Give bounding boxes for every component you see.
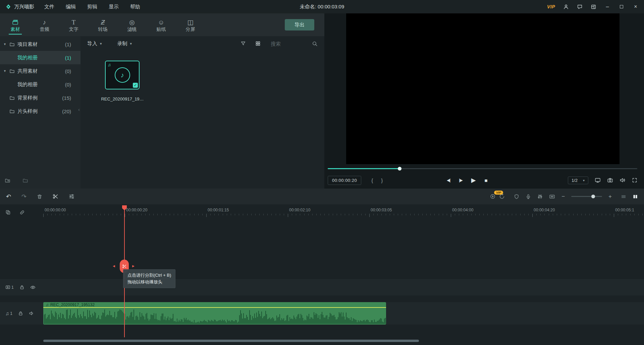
lock-icon[interactable] bbox=[19, 285, 24, 290]
search-input[interactable] bbox=[271, 41, 301, 47]
audio-mixer-icon[interactable] bbox=[537, 194, 543, 199]
display-device-icon[interactable] bbox=[595, 178, 601, 183]
menu-help[interactable]: 帮助 bbox=[130, 4, 140, 10]
vip-badge[interactable]: VIP bbox=[547, 4, 555, 9]
waveform-bar bbox=[286, 316, 287, 324]
export-button[interactable]: 导出 bbox=[285, 19, 314, 30]
link-clips-icon[interactable] bbox=[19, 210, 25, 215]
waveform-bar bbox=[160, 321, 160, 324]
play-button[interactable]: ▶ bbox=[471, 177, 476, 184]
delete-folder-icon[interactable] bbox=[22, 178, 28, 183]
ruler-tick bbox=[626, 214, 626, 215]
eye-visibility-icon[interactable] bbox=[30, 285, 36, 290]
waveform-bar bbox=[46, 319, 47, 324]
previous-frame-button[interactable]: ◀| bbox=[447, 178, 450, 183]
transition-icon: Ƶ bbox=[101, 17, 105, 25]
properties-adjust-icon[interactable] bbox=[69, 194, 74, 199]
feedback-icon[interactable] bbox=[577, 4, 583, 10]
tab-filter[interactable]: ◎ 滤镜 bbox=[117, 13, 147, 36]
ruler-tick bbox=[386, 214, 386, 215]
stop-button[interactable]: ■ bbox=[485, 178, 488, 183]
tree-expand-icon[interactable]: ▼ bbox=[3, 43, 9, 46]
sidebar-item-shared-media[interactable]: ▼ 共用素材 (0) bbox=[0, 64, 80, 78]
video-track[interactable]: 1 bbox=[0, 279, 644, 295]
split-scissors-icon[interactable] bbox=[53, 194, 58, 199]
waveform-bar bbox=[101, 316, 102, 324]
new-folder-icon[interactable] bbox=[5, 178, 10, 183]
grid-view-icon[interactable] bbox=[255, 41, 261, 46]
track-columns-view-icon[interactable] bbox=[633, 194, 638, 199]
zoom-slider[interactable] bbox=[571, 196, 602, 197]
import-dropdown[interactable]: 导入 ▾ bbox=[87, 41, 102, 47]
ruler-tick bbox=[622, 214, 622, 215]
selected-checkbox[interactable]: ✓ bbox=[133, 83, 138, 88]
seek-handle[interactable] bbox=[398, 167, 401, 170]
record-dropdown[interactable]: 录制 ▾ bbox=[117, 41, 132, 47]
ruler-tick bbox=[292, 214, 292, 215]
track-rows-view-icon[interactable] bbox=[621, 194, 626, 199]
audio-clip[interactable]: ♫ REC_20200917_195132 bbox=[43, 302, 386, 325]
redo-icon[interactable]: ↷ bbox=[21, 193, 26, 200]
account-icon[interactable] bbox=[563, 4, 569, 10]
menu-clip[interactable]: 剪辑 bbox=[87, 4, 97, 10]
zoom-slider-handle[interactable] bbox=[591, 195, 595, 198]
manage-tracks-icon[interactable] bbox=[5, 210, 11, 215]
sidebar-item-intro-samples[interactable]: 片头样例 (20) bbox=[0, 105, 80, 118]
mark-out-button[interactable]: } bbox=[381, 178, 383, 183]
voiceover-mic-icon[interactable] bbox=[526, 194, 531, 199]
search-icon[interactable] bbox=[312, 41, 318, 47]
horizontal-scrollbar[interactable] bbox=[43, 340, 419, 342]
snapshot-camera-icon[interactable] bbox=[607, 178, 613, 183]
zoom-out-icon[interactable]: − bbox=[561, 193, 565, 200]
minimize-button[interactable]: – bbox=[604, 4, 610, 10]
menu-edit[interactable]: 编辑 bbox=[66, 4, 76, 10]
menu-view[interactable]: 显示 bbox=[109, 4, 119, 10]
seek-bar[interactable] bbox=[328, 168, 637, 169]
collapse-panel-icon[interactable]: ‹ bbox=[78, 107, 80, 112]
waveform-bar bbox=[207, 322, 208, 324]
menu-file[interactable]: 文件 bbox=[44, 4, 54, 10]
zoom-in-icon[interactable]: + bbox=[608, 193, 612, 200]
tab-audio[interactable]: ♪ 音频 bbox=[30, 13, 59, 36]
filter-icon[interactable] bbox=[240, 41, 246, 46]
waveform-bar bbox=[348, 318, 348, 324]
clip-volume-line[interactable] bbox=[43, 307, 386, 308]
volume-icon[interactable] bbox=[620, 178, 626, 183]
mark-in-button[interactable]: { bbox=[371, 178, 373, 183]
lock-icon[interactable] bbox=[18, 311, 23, 316]
delete-icon[interactable] bbox=[37, 194, 42, 199]
tree-expand-icon[interactable]: ▼ bbox=[3, 69, 9, 73]
audio-track-header: ♫ 1 bbox=[0, 302, 43, 325]
waveform-bar bbox=[137, 316, 137, 324]
fit-timeline-icon[interactable] bbox=[549, 194, 555, 199]
sidebar-item-project-media[interactable]: ▼ 项目素材 (1) bbox=[0, 38, 80, 51]
tab-splitscreen[interactable]: ◫ 分屏 bbox=[176, 13, 205, 36]
tab-transition[interactable]: Ƶ 转场 bbox=[88, 13, 117, 36]
waveform-bar bbox=[224, 320, 225, 324]
waveform-bar bbox=[93, 316, 94, 324]
marker-icon[interactable] bbox=[514, 194, 519, 199]
waveform-bar bbox=[183, 322, 183, 324]
tab-text[interactable]: T 文字 bbox=[59, 13, 88, 36]
sidebar-item-background-samples[interactable]: 背景样例 (15) bbox=[0, 91, 80, 105]
fullscreen-icon[interactable] bbox=[632, 178, 637, 183]
waveform-bar bbox=[270, 319, 271, 324]
next-frame-button[interactable]: |▶ bbox=[459, 178, 462, 183]
tab-sticker[interactable]: ☺ 贴纸 bbox=[147, 13, 176, 36]
preview-quality-select[interactable]: 1/2 ▾ bbox=[568, 177, 588, 184]
maximize-button[interactable] bbox=[619, 4, 625, 10]
undo-icon[interactable]: ↶ bbox=[6, 193, 11, 200]
ruler-tick bbox=[243, 214, 243, 215]
render-preview-icon[interactable] bbox=[490, 194, 496, 199]
mute-speaker-icon[interactable] bbox=[29, 311, 34, 316]
sidebar-item-my-album[interactable]: 我的相册 (1) bbox=[0, 51, 80, 64]
ruler-tick bbox=[642, 214, 643, 215]
ruler-tick bbox=[475, 214, 476, 215]
waveform-bar bbox=[194, 320, 195, 324]
ruler-tick bbox=[218, 214, 219, 215]
media-item-thumbnail[interactable]: ♫ ♪ ✓ bbox=[105, 61, 140, 89]
sidebar-item-my-album-shared[interactable]: 我的相册 (0) bbox=[0, 78, 80, 91]
close-button[interactable]: × bbox=[633, 4, 639, 10]
tab-media[interactable]: 素材 bbox=[1, 13, 30, 36]
workspace-layout-icon[interactable] bbox=[591, 4, 596, 10]
